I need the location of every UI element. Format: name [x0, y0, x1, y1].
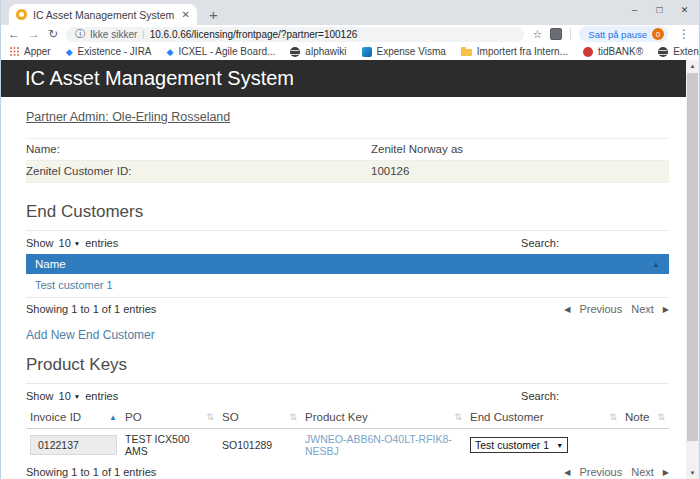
previous-button[interactable]: Previous: [579, 466, 622, 478]
add-new-end-customer-link[interactable]: Add New End Customer: [26, 328, 155, 342]
globe-icon: [290, 47, 300, 57]
entries-length-select[interactable]: 10 ▼: [59, 237, 81, 249]
entries-length-value: 10: [59, 237, 71, 249]
next-button[interactable]: Next: [631, 466, 654, 478]
browser-toolbar: ← → ↻ ⓘ Ikke sikker | 10.6.0.66/licensin…: [1, 25, 699, 43]
bookmark-imported[interactable]: Importert fra Intern...: [461, 46, 568, 57]
jira-icon: ◆: [167, 47, 174, 57]
site-info-icon[interactable]: ⓘ: [75, 27, 85, 41]
scrollbar-thumb[interactable]: [687, 73, 698, 441]
extension-icon[interactable]: [550, 28, 562, 40]
tab-close-icon[interactable]: ✕: [180, 9, 190, 20]
next-arrow-icon[interactable]: ▶: [663, 305, 669, 314]
reload-icon[interactable]: ↻: [48, 26, 58, 42]
end-customers-search-input[interactable]: [564, 236, 669, 250]
search-label: Search:: [521, 390, 559, 402]
browser-tab[interactable]: IC Asset Management System | Z ✕: [9, 4, 197, 25]
scroll-up-icon[interactable]: ▲: [686, 60, 699, 72]
bookmark-label: alphawiki: [305, 46, 346, 57]
product-key-link[interactable]: JWNEO-ABB6N-O40LT-RFIK8-NESBJ: [305, 433, 452, 457]
column-header-product-key[interactable]: Product Key ⇅: [301, 406, 466, 429]
showing-entries-text: Showing 1 to 1 of 1 entries: [26, 303, 156, 315]
pagination: ◀ Previous Next ▶: [564, 466, 669, 478]
page-body: Partner Admin: Ole-Erling Rosseland Name…: [1, 97, 688, 479]
window-controls: – □ ✕: [622, 1, 697, 19]
new-tab-button[interactable]: +: [209, 4, 218, 25]
column-header-note[interactable]: Note ⇅: [621, 406, 669, 429]
page-header: IC Asset Management System: [1, 60, 688, 97]
minimize-button[interactable]: –: [622, 1, 647, 19]
pagination: ◀ Previous Next ▶: [564, 303, 669, 315]
bookmarks-bar: Apper ◆ Existence - JIRA ◆ ICXEL - Agile…: [1, 43, 699, 60]
end-customers-controls: Show 10 ▼ entries Search:: [26, 230, 669, 250]
previous-button[interactable]: Previous: [579, 303, 622, 315]
end-customer-row[interactable]: Test customer 1: [26, 274, 669, 298]
bookmark-alphawiki[interactable]: alphawiki: [290, 46, 346, 57]
end-customer-selected-value: Test customer 1: [475, 439, 549, 451]
visma-icon: [362, 47, 372, 57]
search-control: Search:: [521, 389, 669, 403]
product-keys-heading: Product Keys: [26, 355, 669, 375]
previous-arrow-icon[interactable]: ◀: [564, 468, 570, 477]
tab-title: IC Asset Management System | Z: [33, 9, 174, 21]
end-customers-footer: Showing 1 to 1 of 1 entries ◀ Previous N…: [26, 303, 669, 315]
close-window-button[interactable]: ✕: [672, 1, 697, 19]
next-button[interactable]: Next: [631, 303, 654, 315]
column-label: SO: [222, 411, 239, 423]
url-text[interactable]: 10.6.0.66/licensing/frontpage/?partner=1…: [150, 29, 516, 40]
bookmark-existence-jira[interactable]: ◆ Existence - JIRA: [66, 46, 152, 57]
column-header-so[interactable]: SO ⇅: [218, 406, 301, 429]
previous-arrow-icon[interactable]: ◀: [564, 305, 570, 314]
product-keys-search-input[interactable]: [564, 389, 669, 403]
info-value: Zenitel Norway as: [371, 139, 669, 161]
page-content: IC Asset Management System Partner Admin…: [1, 60, 699, 479]
tab-strip: IC Asset Management System | Z ✕ + – □ ✕: [1, 0, 699, 25]
globe-icon: [658, 47, 668, 57]
back-icon[interactable]: ←: [8, 26, 20, 42]
search-control: Search:: [521, 236, 669, 250]
bookmark-label: Extended DTT (Aut...: [673, 46, 699, 57]
next-arrow-icon[interactable]: ▶: [663, 468, 669, 477]
column-header-po[interactable]: PO ⇅: [121, 406, 218, 429]
end-customers-heading: End Customers: [26, 202, 669, 222]
column-header-end-customer[interactable]: End Customer ⇅: [466, 406, 621, 429]
address-bar[interactable]: ⓘ Ikke sikker | 10.6.0.66/licensing/fron…: [66, 27, 524, 42]
table-header-row: Invoice ID ▲ PO ⇅ SO ⇅ Product Key: [26, 406, 669, 429]
toolbar-separator: [570, 28, 571, 40]
note-cell: [621, 429, 669, 462]
sort-both-icon: ⇅: [289, 412, 297, 422]
bookmark-extended-dtt[interactable]: Extended DTT (Aut...: [658, 46, 699, 57]
chevron-down-icon: ▼: [74, 393, 80, 400]
info-label: Zenitel Customer ID:: [26, 161, 371, 183]
sort-ascending-icon: ▲: [652, 260, 660, 269]
bookmark-star-icon[interactable]: ☆: [532, 28, 542, 41]
bookmark-label: Expense Visma: [377, 46, 446, 57]
tab-favicon-icon: [16, 9, 27, 20]
entries-label: entries: [85, 390, 118, 402]
column-label: Name: [35, 258, 66, 270]
vertical-scrollbar[interactable]: ▲ ▼: [686, 60, 699, 479]
sync-paused-badge: 0: [652, 28, 664, 40]
menu-kebab-icon[interactable]: ⋮: [676, 27, 692, 41]
end-customers-name-column-header[interactable]: Name ▲: [26, 254, 669, 274]
table-row: Name: Zenitel Norway as: [26, 139, 669, 161]
scroll-down-icon[interactable]: ▼: [686, 467, 699, 479]
column-header-invoice-id[interactable]: Invoice ID ▲: [26, 406, 121, 429]
forward-icon[interactable]: →: [28, 26, 40, 42]
maximize-button[interactable]: □: [647, 1, 672, 19]
end-customer-select[interactable]: Test customer 1 ▼: [470, 437, 568, 453]
product-keys-controls: Show 10 ▼ entries Search:: [26, 383, 669, 403]
sync-paused-label: Satt på pause: [588, 29, 647, 40]
column-label: End Customer: [470, 411, 544, 423]
partner-admin-link[interactable]: Partner Admin: Ole-Erling Rosseland: [26, 110, 230, 124]
bookmark-apps[interactable]: Apper: [10, 46, 51, 57]
show-entries-control: Show 10 ▼ entries: [26, 390, 118, 402]
bookmark-tidbank[interactable]: tidBANK®: [583, 46, 643, 57]
product-keys-table: Invoice ID ▲ PO ⇅ SO ⇅ Product Key: [26, 406, 669, 461]
bookmark-expense-visma[interactable]: Expense Visma: [362, 46, 446, 57]
browser-window: IC Asset Management System | Z ✕ + – □ ✕…: [0, 0, 700, 479]
show-label: Show: [26, 390, 54, 402]
bookmark-icxel-board[interactable]: ◆ ICXEL - Agile Board...: [167, 46, 276, 57]
sync-paused-button[interactable]: Satt på pause 0: [579, 26, 668, 42]
entries-length-select[interactable]: 10 ▼: [59, 390, 81, 402]
